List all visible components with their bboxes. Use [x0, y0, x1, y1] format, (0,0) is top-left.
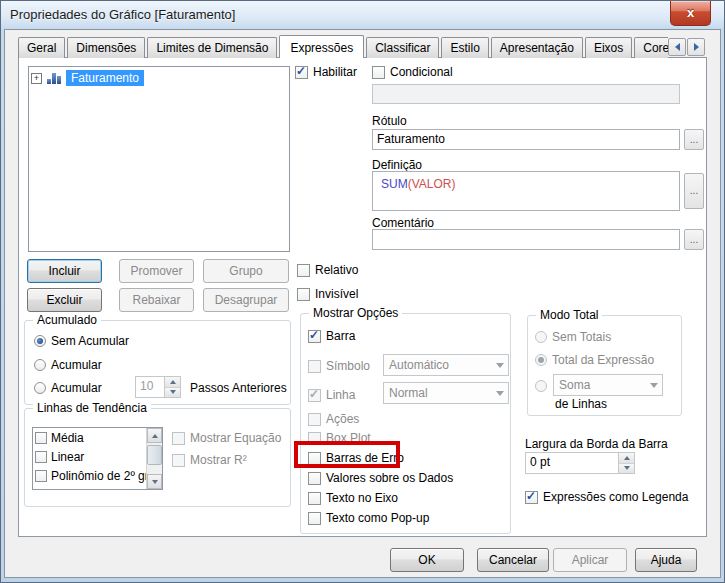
valores-dados-label: Valores sobre os Dados: [326, 471, 453, 485]
tab-scroll-left-button[interactable]: [668, 38, 686, 56]
mostrar-r2-label: Mostrar R²: [190, 453, 247, 467]
list-item-linear[interactable]: Linear: [33, 447, 162, 466]
tab-expressoes[interactable]: Expressões: [279, 35, 364, 58]
list-item-media[interactable]: Média: [33, 428, 162, 447]
definicao-function: SUM: [381, 177, 408, 191]
spinner-buttons[interactable]: [618, 453, 634, 473]
checkbox-icon[interactable]: [35, 451, 47, 463]
rebaixar-button: Rebaixar: [119, 288, 194, 312]
radio-icon: [535, 380, 547, 392]
checkbox-icon[interactable]: [35, 489, 47, 491]
condicional-checkbox[interactable]: ✓ Condicional: [372, 65, 453, 79]
checkbox-icon[interactable]: [35, 470, 47, 482]
close-button[interactable]: x: [670, 1, 711, 26]
promover-button: Promover: [119, 259, 194, 283]
list-scrollbar[interactable]: [146, 428, 162, 489]
checkbox-icon[interactable]: [35, 432, 47, 444]
comentario-input[interactable]: [372, 229, 680, 250]
sem-acumular-radio[interactable]: Sem Acumular: [34, 334, 129, 348]
expressoes-legenda-checkbox[interactable]: ✓ Expressões como Legenda: [525, 490, 688, 504]
window-title: Propriedades do Gráfico [Faturamento]: [10, 7, 235, 22]
borda-spinner[interactable]: 0 pt: [525, 452, 635, 474]
ok-button[interactable]: OK: [390, 548, 464, 572]
close-icon: x: [687, 5, 694, 20]
scroll-up-icon[interactable]: [147, 428, 162, 443]
de-linhas-label: de Linhas: [555, 397, 607, 411]
radio-icon: [535, 354, 547, 366]
spin-up-icon[interactable]: [619, 453, 634, 464]
condicional-label: Condicional: [390, 65, 453, 79]
tab-scroll-right-button[interactable]: [687, 38, 705, 56]
spin-down-icon[interactable]: [619, 464, 634, 474]
tab-geral[interactable]: Geral: [18, 37, 65, 58]
definicao-label: Definição: [372, 158, 422, 172]
list-item-polinomio3[interactable]: Polinômio de 3º gr: [33, 485, 162, 490]
texto-eixo-checkbox[interactable]: ✓ Texto no Eixo: [308, 491, 398, 505]
simbolo-checkbox: ✓ Símbolo: [308, 359, 370, 373]
ajuda-button[interactable]: Ajuda: [635, 548, 697, 572]
tree-expander-icon[interactable]: +: [31, 73, 42, 84]
invisivel-checkbox[interactable]: ✓ Invisível: [297, 287, 358, 301]
soma-radio: [535, 379, 547, 393]
checkbox-icon: ✓: [297, 264, 310, 277]
mostrar-r2-checkbox: ✓ Mostrar R²: [172, 453, 247, 467]
modo-total-group-title: Modo Total: [536, 308, 602, 322]
acoes-checkbox: ✓ Ações: [308, 412, 359, 426]
tab-dimensoes[interactable]: Dimensões: [67, 37, 145, 58]
definicao-ellipsis-button[interactable]: ...: [684, 173, 704, 209]
passos-spinner: 10: [135, 376, 181, 398]
scroll-down-icon[interactable]: [147, 474, 162, 489]
tab-cores[interactable]: Cores: [634, 37, 668, 58]
acumular-passos-label: Acumular: [51, 381, 102, 395]
barra-checkbox[interactable]: ✓ Barra: [308, 329, 355, 343]
checkbox-icon: ✓: [308, 389, 321, 402]
rotulo-input[interactable]: Faturamento: [372, 129, 680, 150]
rotulo-ellipsis-button[interactable]: ...: [684, 129, 704, 150]
list-item-polinomio2[interactable]: Polinômio de 2º gra: [33, 466, 162, 485]
tab-apresentacao[interactable]: Apresentação: [491, 37, 583, 58]
texto-popup-checkbox[interactable]: ✓ Texto como Pop-up: [308, 511, 429, 525]
acumular-passos-radio[interactable]: Acumular: [34, 381, 102, 395]
tendencia-listbox[interactable]: Média Linear Polinômio de 2º gra Polinôm…: [32, 427, 163, 490]
acoes-label: Ações: [326, 412, 359, 426]
soma-dropdown-value: Soma: [554, 378, 646, 392]
relativo-checkbox[interactable]: ✓ Relativo: [297, 263, 358, 277]
passos-anteriores-label: Passos Anteriores: [190, 381, 287, 395]
mostrar-equacao-checkbox: ✓ Mostrar Equação: [172, 431, 281, 445]
polinomio2-label: Polinômio de 2º gra: [51, 469, 155, 483]
valores-dados-checkbox[interactable]: ✓ Valores sobre os Dados: [308, 471, 453, 485]
incluir-button[interactable]: Incluir: [27, 259, 102, 283]
tree-row-faturamento[interactable]: + Faturamento: [29, 67, 289, 89]
tab-estilo[interactable]: Estilo: [441, 37, 488, 58]
acumular-radio[interactable]: Acumular: [34, 358, 102, 372]
properties-dialog-window: Propriedades do Gráfico [Faturamento] x …: [0, 0, 725, 583]
cancelar-button[interactable]: Cancelar: [477, 548, 549, 572]
checkbox-icon: ✓: [525, 491, 538, 504]
comentario-ellipsis-button[interactable]: ...: [684, 229, 704, 250]
habilitar-checkbox[interactable]: ✓ Habilitar: [295, 65, 357, 79]
total-expressao-label: Total da Expressão: [552, 353, 654, 367]
checkbox-icon: ✓: [308, 413, 321, 426]
tab-limites-de-dimensao[interactable]: Limites de Dimensão: [147, 37, 277, 58]
definicao-input[interactable]: SUM(VALOR): [372, 171, 680, 211]
tab-bar: Geral Dimensões Limites de Dimensão Expr…: [18, 34, 668, 58]
linha-dropdown-value: Normal: [384, 386, 492, 400]
simbolo-dropdown: Automático: [383, 354, 509, 376]
tab-eixos[interactable]: Eixos: [585, 37, 632, 58]
tendencia-group-title: Linhas de Tendência: [33, 401, 151, 415]
chevron-right-icon: [694, 43, 699, 51]
checkbox-icon: ✓: [308, 492, 321, 505]
excluir-button[interactable]: Excluir: [27, 288, 102, 312]
scroll-thumb[interactable]: [147, 445, 162, 465]
mostrar-equacao-label: Mostrar Equação: [190, 431, 281, 445]
expression-tree: + Faturamento: [28, 66, 290, 252]
radio-icon: [34, 382, 46, 394]
barra-label: Barra: [326, 329, 355, 343]
soma-dropdown: Soma: [553, 374, 663, 396]
checkbox-icon: ✓: [308, 512, 321, 525]
tab-classificar[interactable]: Classificar: [366, 37, 439, 58]
checkbox-icon: ✓: [172, 454, 185, 467]
chevron-down-icon: [646, 383, 662, 388]
relativo-label: Relativo: [315, 263, 358, 277]
passos-value: 10: [136, 377, 164, 397]
